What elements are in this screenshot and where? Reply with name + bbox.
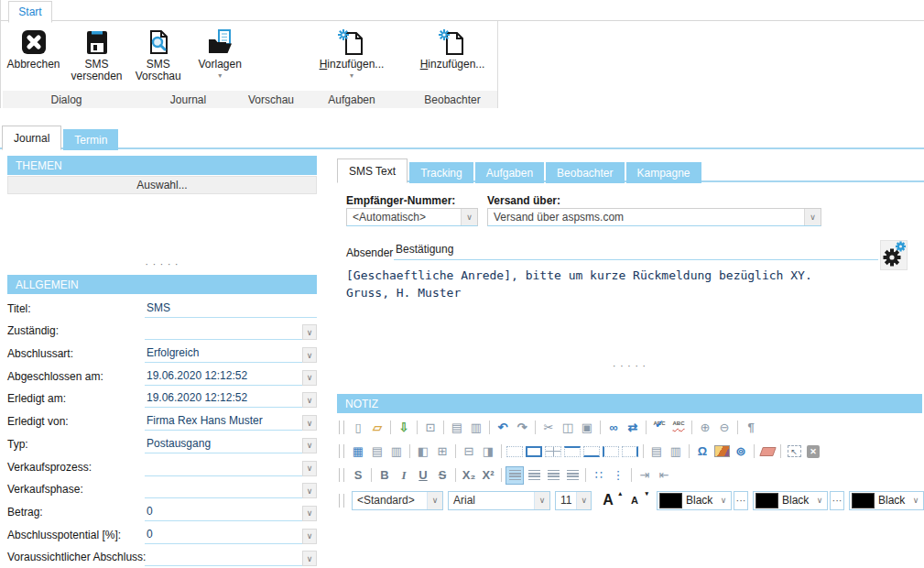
color-picker[interactable]: Black∨ bbox=[849, 491, 924, 510]
splitter-handle[interactable]: · · · · · bbox=[7, 261, 317, 268]
tab-aufgaben[interactable]: Aufgaben bbox=[475, 162, 544, 183]
toolbar-drag-handle[interactable] bbox=[339, 468, 344, 482]
toolbar-drag-handle[interactable] bbox=[339, 494, 344, 508]
chevron-down-icon[interactable]: ∨ bbox=[534, 492, 549, 509]
field-value-input[interactable]: 19.06.2020 12:12:52 bbox=[145, 369, 302, 386]
dropdown-arrow-icon[interactable]: ∨ bbox=[302, 506, 317, 521]
empfaenger-select[interactable]: <Automatisch> ∨ bbox=[346, 208, 478, 226]
border-none-icon[interactable] bbox=[506, 446, 523, 457]
field-value-input[interactable] bbox=[145, 460, 302, 476]
replace-icon[interactable]: ⇄ bbox=[625, 420, 641, 436]
tab-sms-text[interactable]: SMS Text bbox=[337, 158, 408, 183]
style-icon[interactable]: S bbox=[350, 467, 366, 484]
aufgaben-hinzufuegen-button[interactable]: Hinzufügen... ▾ bbox=[311, 24, 392, 80]
ribbon-tab-start[interactable]: Start bbox=[8, 1, 52, 23]
increase-font-icon[interactable]: A bbox=[600, 492, 622, 508]
field-value-input[interactable]: 19.06.2020 12:12:52 bbox=[145, 391, 302, 408]
bullet-list-icon[interactable]: ∷ bbox=[591, 467, 607, 484]
merge-cells-icon[interactable]: ⊟ bbox=[461, 443, 477, 460]
new-document-icon[interactable]: ▯ bbox=[350, 420, 366, 436]
tab-tracking[interactable]: Tracking bbox=[409, 162, 473, 183]
cut-icon[interactable]: ✂ bbox=[540, 420, 557, 436]
vorlagen-button[interactable]: Vorlagen ▾ bbox=[193, 24, 246, 80]
distribute-rows-icon[interactable]: ▤ bbox=[648, 443, 665, 460]
splitter-handle[interactable]: · · · · · bbox=[337, 363, 922, 370]
align-right-icon[interactable] bbox=[545, 467, 561, 484]
dropdown-arrow-icon[interactable]: ∨ bbox=[302, 415, 317, 431]
dropdown-arrow-icon[interactable]: ∨ bbox=[302, 461, 317, 476]
insert-image-icon[interactable] bbox=[713, 443, 730, 460]
dropdown-arrow-icon[interactable]: ∨ bbox=[302, 438, 317, 453]
subscript-icon[interactable]: X₂ bbox=[461, 467, 477, 484]
dropdown-arrow-icon[interactable]: ∨ bbox=[302, 483, 317, 498]
dropdown-arrow-icon[interactable]: ∨ bbox=[302, 370, 317, 386]
distribute-columns-icon[interactable]: ▥ bbox=[668, 443, 684, 460]
dropdown-arrow-icon[interactable]: ∨ bbox=[302, 324, 317, 340]
decrease-font-icon[interactable]: A bbox=[626, 492, 648, 508]
font-family-select[interactable]: Arial ∨ bbox=[448, 491, 550, 510]
insert-row-below-icon[interactable]: ⊞ bbox=[434, 443, 451, 460]
print-preview-icon[interactable]: ⊡ bbox=[422, 420, 439, 436]
spellcheck-icon[interactable]: ABC bbox=[651, 418, 668, 437]
hyperlink-icon[interactable]: ⊚ bbox=[733, 443, 749, 460]
tab-termin[interactable]: Termin bbox=[63, 129, 118, 150]
strikethrough-icon[interactable]: S bbox=[434, 467, 451, 484]
versand-select[interactable]: Versand über aspsms.com ∨ bbox=[487, 208, 821, 226]
chevron-down-icon[interactable]: ∨ bbox=[716, 496, 731, 505]
select-element-icon[interactable]: ↖ bbox=[786, 443, 802, 460]
delete-element-icon[interactable]: ✕ bbox=[805, 443, 821, 460]
redo-icon[interactable]: ↷ bbox=[514, 420, 530, 436]
insert-column-left-icon[interactable]: ◧ bbox=[415, 443, 431, 460]
paragraph-style-select[interactable]: <Standard> ∨ bbox=[352, 491, 443, 510]
paste-icon[interactable]: ▣ bbox=[579, 420, 595, 436]
field-value-input[interactable]: Erfolgreich bbox=[145, 346, 302, 363]
field-value-input[interactable] bbox=[145, 482, 302, 498]
auswahl-button[interactable]: Auswahl... bbox=[7, 176, 317, 194]
beobachter-hinzufuegen-button[interactable]: Hinzufügen... bbox=[412, 24, 493, 71]
autocorrect-icon[interactable]: ABC bbox=[670, 418, 687, 437]
chevron-down-icon[interactable]: ∨ bbox=[427, 492, 442, 509]
dropdown-arrow-icon[interactable]: ∨ bbox=[302, 529, 317, 544]
tab-beobachter[interactable]: Beobachter bbox=[546, 162, 624, 183]
absender-input[interactable]: Bestätigung bbox=[394, 243, 878, 260]
split-cells-icon[interactable]: ◨ bbox=[480, 443, 496, 460]
color-picker[interactable]: Black∨ bbox=[657, 491, 732, 510]
bold-icon[interactable]: B bbox=[376, 467, 393, 484]
align-center-icon[interactable] bbox=[526, 467, 542, 484]
insert-table-icon[interactable]: ▦ bbox=[350, 443, 366, 460]
toolbar-drag-handle[interactable] bbox=[339, 421, 344, 434]
table-rows-icon[interactable]: ▤ bbox=[369, 443, 386, 460]
abbrechen-button[interactable]: Abbrechen bbox=[7, 24, 60, 71]
color-options-button[interactable]: ··· bbox=[734, 491, 748, 510]
field-value-input[interactable] bbox=[145, 323, 302, 340]
field-value-input[interactable]: 0 bbox=[145, 505, 302, 521]
border-outer-icon[interactable] bbox=[526, 446, 542, 457]
font-size-select[interactable]: 11 ∨ bbox=[555, 491, 592, 510]
formatting-marks-icon[interactable]: ¶ bbox=[743, 420, 759, 436]
border-right-icon[interactable] bbox=[622, 446, 638, 457]
print-options-icon[interactable]: ▥ bbox=[468, 420, 484, 436]
color-options-button[interactable]: ··· bbox=[830, 491, 844, 510]
special-character-icon[interactable]: Ω bbox=[694, 443, 711, 460]
chevron-down-icon[interactable]: ∨ bbox=[812, 496, 827, 505]
sms-settings-button[interactable] bbox=[880, 240, 908, 270]
open-document-icon[interactable]: ▱ bbox=[369, 420, 386, 436]
field-value-input[interactable]: Firma Rex Hans Muster bbox=[145, 414, 302, 431]
sms-vorschau-button[interactable]: SMS Vorschau bbox=[130, 24, 186, 82]
border-left-icon[interactable] bbox=[603, 446, 619, 457]
find-icon[interactable]: ∞ bbox=[605, 420, 622, 436]
print-icon[interactable]: ▤ bbox=[449, 420, 465, 436]
italic-icon[interactable]: I bbox=[396, 467, 412, 484]
dropdown-arrow-icon[interactable]: ∨ bbox=[302, 392, 317, 408]
border-top-icon[interactable] bbox=[564, 446, 581, 457]
field-value-input[interactable] bbox=[145, 550, 302, 566]
border-bottom-icon[interactable] bbox=[583, 446, 600, 457]
chevron-down-icon[interactable]: ∨ bbox=[908, 496, 923, 505]
save-document-icon[interactable]: ⇩ bbox=[396, 420, 412, 436]
chevron-down-icon[interactable]: ∨ bbox=[576, 492, 591, 509]
undo-icon[interactable]: ↶ bbox=[495, 420, 511, 436]
chevron-down-icon[interactable]: ∨ bbox=[461, 209, 477, 225]
align-justify-icon[interactable] bbox=[564, 467, 581, 484]
increase-indent-icon[interactable]: ⇥ bbox=[636, 467, 653, 484]
sms-message-text[interactable]: [Geschaeftliche Anrede], bitte um kurze … bbox=[346, 267, 812, 301]
